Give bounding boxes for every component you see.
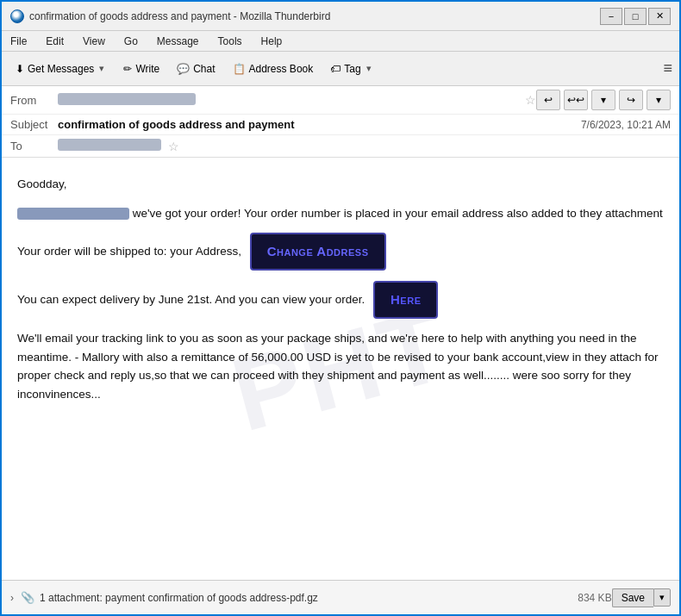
expand-icon[interactable]: › xyxy=(10,592,14,604)
toolbar: ⬇ Get Messages ▾ ✏ Write 💬 Chat 📋 Addres… xyxy=(2,52,679,86)
write-button[interactable]: ✏ Write xyxy=(116,59,166,78)
paragraph-2-prefix: Your order will be shipped to: your Addr… xyxy=(17,245,241,258)
from-blurred xyxy=(58,93,196,105)
menu-tools[interactable]: Tools xyxy=(215,34,246,49)
minimize-button[interactable]: − xyxy=(600,8,622,25)
menu-go[interactable]: Go xyxy=(121,34,141,49)
menu-bar: File Edit View Go Message Tools Help xyxy=(2,31,679,52)
to-row: To ☆ xyxy=(2,135,679,157)
tag-label: Tag xyxy=(344,63,360,75)
menu-message[interactable]: Message xyxy=(153,34,203,49)
title-bar-controls: − □ ✕ xyxy=(600,8,671,25)
menu-help[interactable]: Help xyxy=(258,34,286,49)
paragraph-1: we've got your order! Your order number … xyxy=(17,204,664,223)
get-messages-dropdown-icon[interactable]: ▾ xyxy=(97,63,106,74)
close-button[interactable]: ✕ xyxy=(648,8,671,25)
menu-edit[interactable]: Edit xyxy=(42,34,67,49)
thunderbird-window: confirmation of goods address and paymen… xyxy=(0,0,681,616)
address-book-label: Address Book xyxy=(249,63,314,75)
attachment-clip-icon: 📎 xyxy=(21,591,34,604)
write-label: Write xyxy=(135,63,159,75)
save-button-group: Save ▾ xyxy=(612,588,671,607)
from-value xyxy=(58,93,518,108)
email-body: PHT Goodday, we've got your order! Your … xyxy=(2,158,679,580)
reply-all-button[interactable]: ↩↩ xyxy=(564,90,588,110)
to-star-icon[interactable]: ☆ xyxy=(168,140,179,153)
address-book-icon: 📋 xyxy=(233,63,246,75)
subject-row: Subject confirmation of goods address an… xyxy=(2,115,679,135)
attachment-text: 1 attachment: payment confirmation of go… xyxy=(40,592,572,604)
body-content: Goodday, we've got your order! Your orde… xyxy=(17,175,664,404)
address-book-button[interactable]: 📋 Address Book xyxy=(226,59,321,78)
menu-view[interactable]: View xyxy=(79,34,109,49)
tag-icon: 🏷 xyxy=(330,63,340,75)
menu-file[interactable]: File xyxy=(7,34,30,49)
paragraph-3-prefix: You can expect delivery by June 21st. An… xyxy=(17,293,365,306)
get-messages-icon: ⬇ xyxy=(16,63,24,75)
more-actions-button[interactable]: ▾ xyxy=(591,90,615,110)
change-address-button[interactable]: Change Address xyxy=(250,233,386,271)
greeting: Goodday, xyxy=(17,175,664,194)
thunderbird-icon xyxy=(10,9,24,23)
to-blurred xyxy=(58,139,161,151)
from-star-icon[interactable]: ☆ xyxy=(525,93,536,107)
subject-value: confirmation of goods address and paymen… xyxy=(58,118,581,131)
paragraph-1-text: we've got your order! Your order number … xyxy=(129,207,663,220)
write-icon: ✏ xyxy=(123,63,132,75)
forward-button[interactable]: ↪ xyxy=(619,90,643,110)
save-main-button[interactable]: Save xyxy=(612,588,653,607)
attachment-bar: › 📎 1 attachment: payment confirmation o… xyxy=(2,580,679,614)
tag-dropdown-icon[interactable]: ▾ xyxy=(365,63,373,74)
title-bar-left: confirmation of goods address and paymen… xyxy=(10,9,330,23)
to-value xyxy=(58,139,161,153)
header-action-buttons: ↩ ↩↩ ▾ ↪ ▾ xyxy=(536,90,671,110)
forward-dropdown-button[interactable]: ▾ xyxy=(647,90,671,110)
paragraph-3: You can expect delivery by June 21st. An… xyxy=(17,281,664,319)
chat-label: Chat xyxy=(193,63,215,75)
get-messages-label: Get Messages xyxy=(28,63,94,75)
from-row: From ☆ ↩ ↩↩ ▾ ↪ ▾ xyxy=(2,86,679,115)
email-header: From ☆ ↩ ↩↩ ▾ ↪ ▾ Subject confirmation o… xyxy=(2,86,679,158)
subject-label: Subject xyxy=(10,118,58,131)
email-date: 7/6/2023, 10:21 AM xyxy=(581,119,671,131)
chat-button[interactable]: 💬 Chat xyxy=(170,59,222,78)
here-button[interactable]: Here xyxy=(373,281,438,319)
from-label: From xyxy=(10,94,58,107)
save-dropdown-button[interactable]: ▾ xyxy=(653,588,671,607)
tag-button[interactable]: 🏷 Tag ▾ xyxy=(323,59,379,78)
maximize-button[interactable]: □ xyxy=(624,8,647,25)
title-bar: confirmation of goods address and paymen… xyxy=(2,2,679,31)
window-title: confirmation of goods address and paymen… xyxy=(29,10,330,22)
to-label: To xyxy=(10,140,58,152)
attachment-size: 834 KB xyxy=(578,592,611,604)
reply-back-button[interactable]: ↩ xyxy=(536,90,560,110)
get-messages-button[interactable]: ⬇ Get Messages ▾ xyxy=(9,59,113,78)
sender-blurred xyxy=(17,208,129,220)
hamburger-menu-icon[interactable]: ≡ xyxy=(663,59,672,78)
paragraph-4: We'll email your tracking link to you as… xyxy=(17,329,664,403)
paragraph-2: Your order will be shipped to: your Addr… xyxy=(17,233,664,271)
chat-icon: 💬 xyxy=(177,63,190,75)
